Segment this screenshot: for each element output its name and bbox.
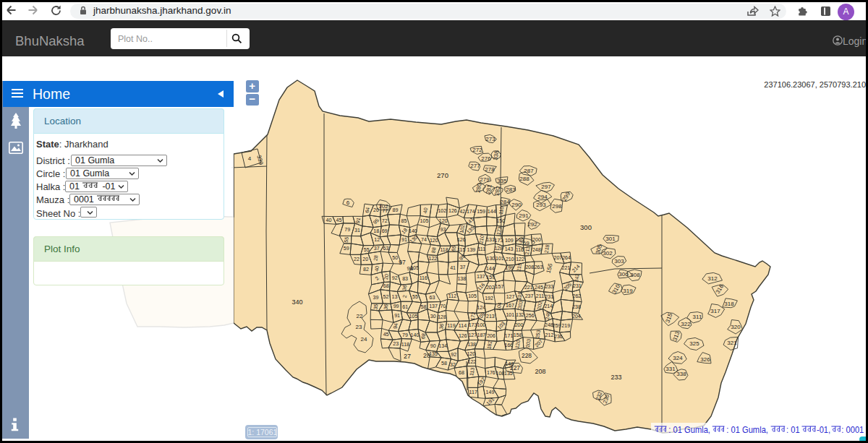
svg-text:83: 83 bbox=[402, 276, 408, 282]
svg-text:23: 23 bbox=[356, 324, 362, 330]
svg-text:131: 131 bbox=[486, 237, 495, 243]
svg-text:210: 210 bbox=[506, 257, 514, 262]
svg-text:148: 148 bbox=[505, 361, 514, 367]
svg-text:233: 233 bbox=[545, 284, 553, 290]
svg-text:116: 116 bbox=[516, 247, 524, 253]
svg-text:126: 126 bbox=[459, 333, 467, 339]
svg-text:301: 301 bbox=[605, 236, 616, 242]
svg-text:324: 324 bbox=[673, 355, 683, 361]
svg-text:173: 173 bbox=[495, 238, 503, 244]
svg-text:124: 124 bbox=[477, 305, 485, 311]
svg-text:30: 30 bbox=[430, 314, 436, 319]
svg-text:262: 262 bbox=[572, 293, 581, 299]
svg-text:52: 52 bbox=[383, 294, 389, 300]
svg-text:130: 130 bbox=[486, 256, 495, 262]
svg-text:231: 231 bbox=[545, 294, 553, 300]
svg-text:114: 114 bbox=[459, 323, 467, 329]
svg-text:100: 100 bbox=[477, 322, 485, 328]
svg-text:264: 264 bbox=[562, 255, 571, 261]
svg-text:36: 36 bbox=[438, 323, 445, 330]
svg-text:245: 245 bbox=[535, 285, 543, 291]
svg-text:331: 331 bbox=[665, 366, 676, 372]
svg-text:20: 20 bbox=[362, 257, 368, 262]
svg-text:120: 120 bbox=[439, 218, 448, 224]
svg-text:105: 105 bbox=[410, 265, 419, 271]
svg-text:92: 92 bbox=[392, 275, 398, 281]
svg-text:111: 111 bbox=[477, 246, 485, 252]
svg-text:101: 101 bbox=[506, 312, 514, 318]
svg-text:297: 297 bbox=[541, 184, 551, 190]
svg-text:64: 64 bbox=[365, 207, 371, 213]
svg-text:211: 211 bbox=[536, 293, 544, 299]
svg-text:270: 270 bbox=[437, 171, 448, 179]
svg-text:91: 91 bbox=[355, 218, 362, 224]
svg-text:219: 219 bbox=[561, 323, 570, 329]
svg-text:31: 31 bbox=[354, 228, 360, 233]
svg-text:228: 228 bbox=[522, 352, 532, 359]
svg-text:138: 138 bbox=[467, 342, 476, 348]
svg-text:90: 90 bbox=[430, 343, 436, 349]
svg-text:278: 278 bbox=[485, 166, 495, 173]
svg-text:140: 140 bbox=[409, 228, 417, 234]
svg-text:238: 238 bbox=[572, 304, 581, 310]
svg-text:94: 94 bbox=[393, 322, 399, 329]
svg-text:: 01 Gumla,: : 01 Gumla, bbox=[668, 426, 710, 434]
svg-text:277: 277 bbox=[470, 163, 480, 169]
svg-text:207: 207 bbox=[553, 255, 562, 261]
svg-text:134: 134 bbox=[438, 343, 447, 349]
svg-text:22: 22 bbox=[354, 257, 359, 262]
svg-text:208: 208 bbox=[535, 368, 545, 375]
svg-text:59: 59 bbox=[344, 246, 349, 251]
svg-text:283: 283 bbox=[506, 186, 516, 193]
svg-text:288: 288 bbox=[519, 176, 529, 182]
svg-text:159: 159 bbox=[477, 209, 485, 215]
svg-text:318: 318 bbox=[724, 301, 734, 307]
svg-text:200: 200 bbox=[532, 237, 541, 243]
svg-text:126: 126 bbox=[448, 208, 457, 214]
svg-text:18: 18 bbox=[373, 228, 379, 234]
svg-text:135: 135 bbox=[429, 351, 438, 357]
svg-text:42: 42 bbox=[459, 209, 465, 215]
svg-text:39: 39 bbox=[373, 295, 379, 301]
svg-text:105: 105 bbox=[468, 293, 477, 299]
svg-text:109: 109 bbox=[505, 238, 514, 244]
svg-text:294: 294 bbox=[537, 194, 548, 200]
svg-text:68: 68 bbox=[459, 370, 464, 376]
svg-text:55: 55 bbox=[412, 294, 418, 300]
svg-text:79: 79 bbox=[402, 332, 408, 338]
svg-text:13: 13 bbox=[392, 294, 398, 300]
svg-text:187: 187 bbox=[477, 332, 485, 338]
svg-text:322: 322 bbox=[681, 321, 691, 327]
svg-text:204: 204 bbox=[572, 314, 581, 319]
svg-text:6: 6 bbox=[346, 199, 350, 206]
svg-text:99: 99 bbox=[393, 304, 399, 309]
svg-text:120: 120 bbox=[430, 238, 438, 244]
svg-text:112: 112 bbox=[448, 293, 456, 299]
svg-text:340: 340 bbox=[292, 298, 302, 306]
svg-text:91: 91 bbox=[394, 313, 400, 319]
svg-text:27: 27 bbox=[404, 353, 411, 360]
svg-text:102: 102 bbox=[438, 208, 446, 214]
svg-text:192: 192 bbox=[485, 296, 493, 301]
svg-text:40: 40 bbox=[374, 265, 380, 272]
svg-text:206: 206 bbox=[487, 333, 495, 339]
svg-text:63: 63 bbox=[429, 295, 435, 301]
svg-text:74: 74 bbox=[421, 237, 427, 243]
svg-text:58: 58 bbox=[441, 361, 447, 366]
svg-text:128: 128 bbox=[438, 314, 446, 320]
svg-text:89: 89 bbox=[393, 207, 399, 213]
svg-text:68: 68 bbox=[383, 283, 389, 289]
svg-text:117: 117 bbox=[469, 390, 477, 395]
svg-text:311: 311 bbox=[693, 314, 702, 320]
svg-text:: 01: : 01 bbox=[786, 426, 800, 434]
svg-text:202: 202 bbox=[486, 285, 495, 291]
svg-text:: 01 Gumla,: : 01 Gumla, bbox=[726, 426, 768, 434]
svg-text:292: 292 bbox=[527, 221, 537, 228]
svg-text:293: 293 bbox=[536, 202, 546, 208]
svg-text:326: 326 bbox=[700, 356, 710, 363]
svg-text:291: 291 bbox=[519, 212, 529, 219]
svg-text:45: 45 bbox=[383, 332, 389, 337]
svg-text:212: 212 bbox=[545, 332, 554, 338]
svg-text:55: 55 bbox=[344, 236, 350, 243]
svg-text:319: 319 bbox=[623, 288, 633, 294]
